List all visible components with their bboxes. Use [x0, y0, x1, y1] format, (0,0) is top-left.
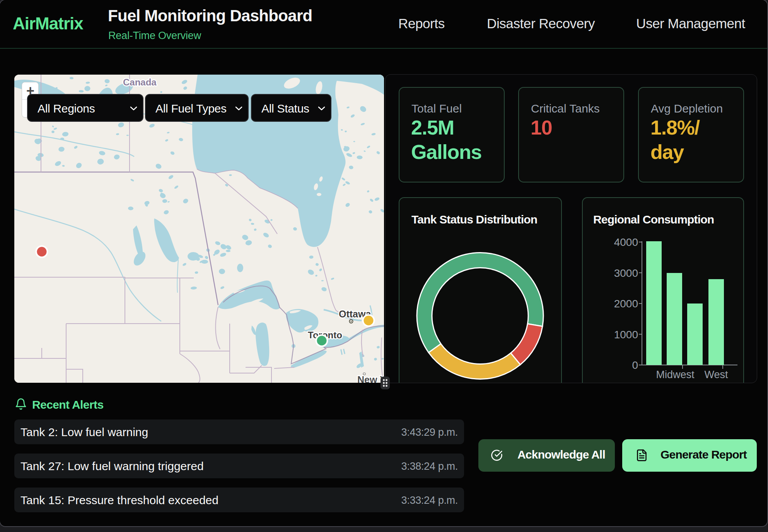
svg-text:2000: 2000 [614, 298, 638, 310]
svg-text:3000: 3000 [614, 267, 638, 279]
svg-text:1000: 1000 [614, 329, 638, 341]
svg-text:New York: New York [357, 374, 384, 383]
svg-text:0: 0 [632, 359, 638, 371]
svg-text:West: West [704, 369, 728, 380]
svg-text:4000: 4000 [614, 236, 638, 248]
svg-text:Midwest: Midwest [656, 369, 695, 380]
svg-text:Canada: Canada [123, 77, 157, 87]
